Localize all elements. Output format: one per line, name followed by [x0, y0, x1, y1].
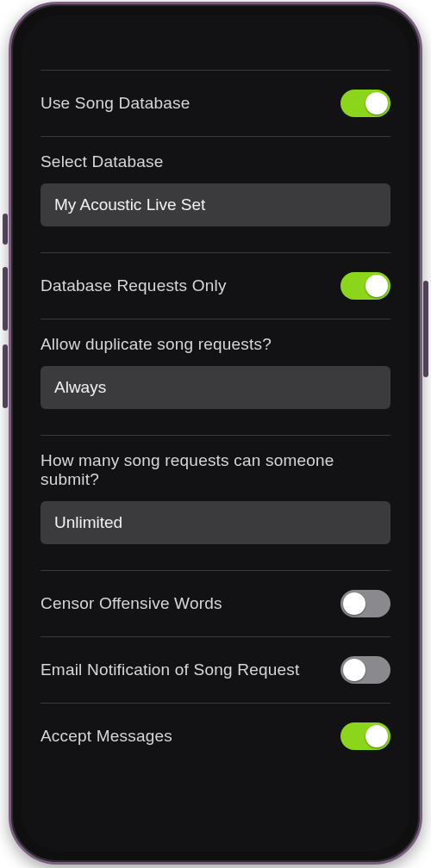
request-limit-label: How many song requests can someone submi…: [41, 451, 334, 488]
phone-side-button: [3, 214, 8, 245]
row-email-notification: Email Notification of Song Request: [41, 653, 390, 687]
row-censor-offensive-words: Censor Offensive Words: [41, 586, 390, 621]
allow-duplicates-field[interactable]: Always: [41, 366, 390, 409]
phone-side-button: [423, 281, 428, 377]
email-notification-toggle[interactable]: [340, 656, 390, 684]
phone-frame: Use Song Database Select Database My Aco…: [9, 2, 422, 865]
censor-offensive-words-toggle[interactable]: [340, 590, 390, 617]
request-limit-field[interactable]: Unlimited: [41, 501, 390, 544]
use-song-database-label: Use Song Database: [41, 94, 190, 113]
use-song-database-toggle[interactable]: [340, 90, 390, 117]
database-requests-only-toggle[interactable]: [340, 272, 390, 300]
email-notification-label: Email Notification of Song Request: [41, 660, 299, 679]
censor-offensive-words-label: Censor Offensive Words: [41, 594, 222, 613]
select-database-value: My Acoustic Live Set: [54, 195, 205, 214]
phone-side-button: [3, 344, 8, 408]
allow-duplicates-label: Allow duplicate song requests?: [41, 335, 272, 353]
row-database-requests-only: Database Requests Only: [41, 269, 390, 303]
database-requests-only-label: Database Requests Only: [41, 276, 227, 295]
toggle-knob: [365, 275, 388, 297]
accept-messages-label: Accept Messages: [41, 727, 172, 746]
row-use-song-database: Use Song Database: [41, 86, 390, 121]
select-database-field[interactable]: My Acoustic Live Set: [41, 183, 390, 226]
allow-duplicates-value: Always: [54, 378, 106, 396]
select-database-label: Select Database: [41, 152, 163, 170]
accept-messages-toggle[interactable]: [340, 722, 390, 750]
screen: Use Song Database Select Database My Aco…: [22, 15, 409, 852]
phone-side-button: [3, 267, 8, 331]
request-limit-value: Unlimited: [54, 513, 122, 531]
toggle-knob: [365, 92, 388, 115]
toggle-knob: [365, 725, 388, 747]
toggle-knob: [343, 592, 365, 615]
row-accept-messages: Accept Messages: [41, 719, 390, 753]
toggle-knob: [343, 659, 365, 681]
